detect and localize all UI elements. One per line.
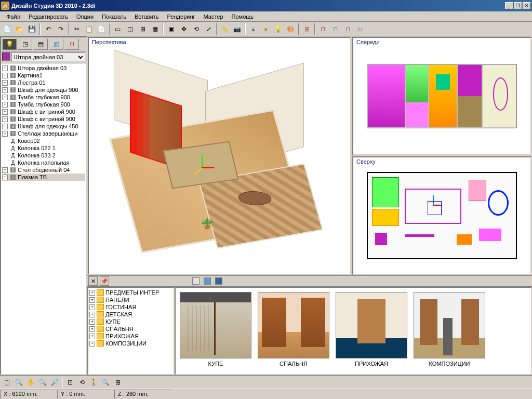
- expand-icon[interactable]: +: [2, 95, 8, 100]
- menu-show[interactable]: Показать: [98, 12, 130, 21]
- panel-icon[interactable]: ▥: [49, 38, 63, 50]
- object-dropdown[interactable]: Штора двойная 03: [11, 52, 85, 62]
- expand-icon[interactable]: +: [89, 334, 95, 339]
- viewport-canvas[interactable]: [353, 157, 530, 274]
- tree-item[interactable]: +🅶Стеллаж завершающи: [2, 130, 85, 137]
- tree-item[interactable]: +🅶Шкаф для одежды 900: [2, 86, 85, 94]
- transform-gizmo-icon[interactable]: [191, 157, 212, 178]
- library-tree-item[interactable]: +КУПЕ: [89, 318, 172, 325]
- library-tree-item[interactable]: +ПАНЕЛИ: [89, 296, 172, 303]
- light-icon[interactable]: 💡: [272, 23, 284, 35]
- expand-icon[interactable]: +: [2, 109, 8, 115]
- expand-icon[interactable]: +: [2, 80, 8, 86]
- expand-icon[interactable]: +: [2, 175, 8, 180]
- view1-icon[interactable]: ▭: [112, 23, 124, 35]
- expand-icon[interactable]: +: [2, 102, 8, 108]
- expand-icon[interactable]: +: [89, 319, 95, 325]
- snap2-icon[interactable]: ⊓: [329, 23, 341, 35]
- rotate-view-icon[interactable]: ⟲: [76, 377, 88, 388]
- maximize-button[interactable]: ❐: [514, 2, 522, 9]
- tree-item[interactable]: +🅶Штора двойная 03: [2, 64, 85, 72]
- library-thumbnail[interactable]: [414, 292, 485, 358]
- expand-icon[interactable]: +: [2, 131, 8, 137]
- library-thumbnail[interactable]: [336, 292, 407, 358]
- menu-edit[interactable]: Редактировать: [24, 12, 72, 21]
- menu-render[interactable]: Рендеринг: [163, 12, 200, 21]
- extents-icon[interactable]: ⊞: [112, 377, 124, 388]
- library-tree-item[interactable]: +ДЕТСКАЯ: [89, 311, 172, 318]
- redo-icon[interactable]: ↷: [55, 23, 66, 35]
- library-item[interactable]: КУПЕ: [180, 292, 251, 367]
- thumb-size-small-icon[interactable]: [192, 277, 200, 285]
- lamp-icon[interactable]: 💡: [2, 38, 17, 50]
- zoom-out-icon[interactable]: 🔎: [49, 377, 61, 388]
- tree-item[interactable]: +🅶Шкаф с витриной 900: [2, 115, 85, 123]
- material-icon[interactable]: 🎨: [285, 23, 297, 35]
- library-item[interactable]: СПАЛЬНЯ: [258, 292, 329, 367]
- paste-icon[interactable]: 📄: [96, 23, 108, 35]
- snap1-icon[interactable]: ⊓: [317, 23, 329, 35]
- zoom-region-icon[interactable]: 🔍: [13, 377, 25, 388]
- expand-icon[interactable]: +: [89, 341, 95, 347]
- library-tree[interactable]: +ПРЕДМЕТЫ ИНТЕР+ПАНЕЛИ+ГОСТИНАЯ+ДЕТСКАЯ+…: [87, 287, 175, 375]
- library-thumbnail[interactable]: [180, 292, 251, 358]
- minimize-button[interactable]: _: [505, 2, 513, 9]
- pan-icon[interactable]: ✋: [25, 377, 37, 388]
- expand-icon[interactable]: +: [2, 73, 8, 78]
- view4-icon[interactable]: ▦: [149, 23, 161, 35]
- tree-item[interactable]: +🅶Люстра 01: [2, 79, 85, 86]
- cone-icon[interactable]: ▲: [247, 23, 259, 35]
- undo-icon[interactable]: ↶: [42, 23, 54, 35]
- library-tree-item[interactable]: +ПРЕДМЕТЫ ИНТЕР: [89, 289, 172, 296]
- tree-item[interactable]: ДКовер02: [2, 137, 85, 144]
- expand-icon[interactable]: +: [2, 124, 8, 129]
- close-button[interactable]: ✕: [523, 2, 531, 9]
- menu-options[interactable]: Опции: [72, 12, 98, 21]
- expand-icon[interactable]: +: [2, 167, 8, 173]
- tree-item[interactable]: ДКолонка 033 2: [2, 152, 85, 159]
- thumb-size-large-icon[interactable]: [215, 277, 222, 285]
- box-icon[interactable]: ◳: [18, 38, 32, 50]
- viewport-top[interactable]: Сверху: [352, 156, 531, 275]
- move-icon[interactable]: ✥: [178, 23, 190, 35]
- viewport-front[interactable]: Спереди: [352, 37, 531, 155]
- copy-icon[interactable]: 📋: [83, 23, 95, 35]
- library-item[interactable]: ПРИХОЖАЯ: [336, 292, 407, 367]
- thumb-size-med-icon[interactable]: [204, 277, 211, 285]
- select-tool-icon[interactable]: ⬚: [1, 377, 13, 388]
- tree-item[interactable]: +🅶Плазма ТВ: [2, 174, 85, 181]
- expand-icon[interactable]: +: [89, 326, 95, 332]
- library-tree-item[interactable]: +СПАЛЬНЯ: [89, 325, 172, 332]
- zoom-all-icon[interactable]: 🔍: [100, 377, 112, 388]
- menu-insert[interactable]: Вставить: [130, 12, 163, 21]
- scale-icon[interactable]: ⤢: [203, 23, 215, 35]
- expand-icon[interactable]: +: [2, 87, 8, 93]
- expand-icon[interactable]: +: [2, 65, 8, 71]
- color-swatch[interactable]: [2, 52, 10, 61]
- fit-icon[interactable]: ⊡: [64, 377, 76, 388]
- tree-item[interactable]: +🅶Шкаф для одежды 450: [2, 123, 85, 130]
- view3-icon[interactable]: ⊞: [137, 23, 149, 35]
- zoom-in-icon[interactable]: 🔍: [37, 377, 49, 388]
- tree-item[interactable]: ДКолонка напольная: [2, 159, 85, 166]
- menu-wizard[interactable]: Мастер: [200, 12, 228, 21]
- view2-icon[interactable]: ◫: [124, 23, 136, 35]
- tree-item[interactable]: +🅶Картина1: [2, 72, 85, 79]
- dimension-icon[interactable]: 📏: [219, 23, 231, 35]
- tree-item[interactable]: ДКолонка 022 1: [2, 144, 85, 152]
- menu-help[interactable]: Помощь: [228, 12, 258, 21]
- walk-icon[interactable]: 🚶: [88, 377, 100, 388]
- library-tree-item[interactable]: +ГОСТИНАЯ: [89, 303, 172, 311]
- expand-icon[interactable]: +: [89, 312, 95, 317]
- save-icon[interactable]: 💾: [26, 23, 38, 35]
- select-icon[interactable]: ▣: [165, 23, 177, 35]
- snap4-icon[interactable]: ⊔: [354, 23, 366, 35]
- library-tree-item[interactable]: +КОМПОЗИЦИИ: [89, 340, 172, 347]
- expand-icon[interactable]: +: [89, 304, 95, 310]
- viewport-perspective[interactable]: Перспектива: [88, 37, 351, 275]
- viewport-canvas[interactable]: [353, 38, 530, 154]
- library-tree-item[interactable]: +ПРИХОЖАЯ: [89, 332, 172, 340]
- snap3-icon[interactable]: ⊓: [342, 23, 354, 35]
- grid-icon[interactable]: ⊞: [301, 23, 313, 35]
- close-panel-icon[interactable]: ✕: [88, 276, 98, 286]
